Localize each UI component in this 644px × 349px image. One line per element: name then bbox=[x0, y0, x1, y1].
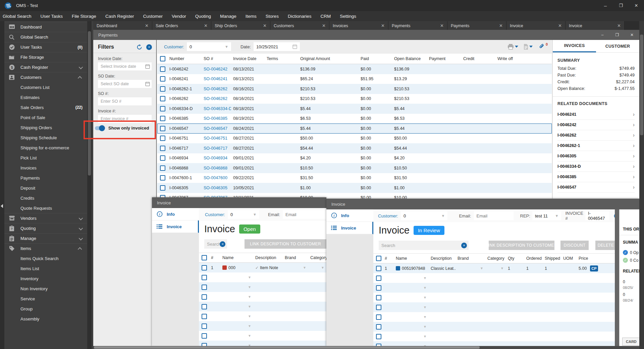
related-count[interactable]: 0 bbox=[620, 290, 639, 297]
dropdown-arrow-icon[interactable]: ▼ bbox=[423, 296, 427, 299]
export-document-button[interactable] bbox=[524, 44, 533, 50]
menu-item-vendor[interactable]: Vendor bbox=[172, 14, 186, 19]
chevron-right-icon[interactable]: › bbox=[633, 153, 635, 159]
table-row[interactable]: I-0046751SO-004675108/27/2021$50.00$0.00… bbox=[157, 134, 552, 144]
row-checkbox[interactable] bbox=[202, 333, 207, 339]
tab-close-icon[interactable]: ✕ bbox=[145, 23, 149, 28]
sidebar-item-customers[interactable]: Customers bbox=[4, 72, 87, 82]
payments-minimize-button[interactable]: – bbox=[595, 30, 610, 40]
row-checkbox[interactable] bbox=[202, 314, 207, 319]
cell-qty[interactable]: 1 bbox=[506, 266, 524, 271]
row-checkbox[interactable] bbox=[160, 175, 165, 181]
column-header-description[interactable]: Description bbox=[253, 255, 283, 260]
table-row[interactable]: I-0046868SO-004686809/01/2021$10.50$0.00… bbox=[157, 163, 552, 173]
column-header-name[interactable]: Name bbox=[220, 255, 253, 260]
row-checkbox[interactable] bbox=[160, 76, 165, 82]
cell-so[interactable]: SO-0046305 bbox=[202, 186, 231, 190]
sidebar-item-pick-list[interactable]: Pick List bbox=[4, 153, 87, 163]
tab-close-icon[interactable]: ✕ bbox=[558, 23, 562, 28]
sidebar-item-quoting[interactable]: ?Quoting bbox=[4, 223, 87, 233]
tab-close-icon[interactable]: ✕ bbox=[204, 23, 208, 28]
table-row[interactable]: 1000✓Item Note▼▼ bbox=[199, 263, 326, 272]
table-row-empty[interactable]: ▼ bbox=[199, 302, 326, 311]
sidebar-item-non-inventory[interactable]: Non Inventory bbox=[4, 284, 87, 294]
menu-item-crm[interactable]: CRM bbox=[320, 14, 331, 19]
dropdown-arrow-icon[interactable]: ▼ bbox=[423, 305, 427, 309]
clear-search-icon[interactable]: × bbox=[461, 243, 467, 248]
invoice2-scrollbar[interactable] bbox=[615, 209, 619, 346]
dropdown-arrow-icon[interactable]: ▼ bbox=[248, 324, 251, 328]
calendar-icon[interactable] bbox=[292, 44, 297, 49]
column-header-payment[interactable]: Payment bbox=[427, 56, 461, 61]
tab-invoice[interactable]: Invoice✕ bbox=[506, 21, 566, 30]
row-checkbox[interactable] bbox=[376, 334, 381, 339]
row-checkbox[interactable] bbox=[160, 66, 165, 72]
cell-so[interactable]: SO-0047600 bbox=[202, 176, 231, 180]
tab-payments[interactable]: Payments✕ bbox=[447, 21, 506, 30]
dropdown-arrow-icon[interactable]: ▼ bbox=[500, 266, 504, 270]
select-all-checkbox[interactable] bbox=[202, 255, 207, 260]
table-row-empty[interactable]: ▼ bbox=[199, 292, 326, 302]
column-header-price[interactable]: Price bbox=[577, 256, 619, 261]
sidebar-item-credits[interactable]: Credits bbox=[4, 193, 87, 203]
row-checkbox[interactable] bbox=[202, 275, 207, 280]
cell-name[interactable]: 000 bbox=[220, 265, 253, 270]
tab-dashboard[interactable]: Dashboard✕ bbox=[93, 21, 152, 30]
row-checkbox[interactable] bbox=[376, 314, 381, 320]
row-checkbox[interactable] bbox=[376, 276, 381, 281]
refresh-icon[interactable] bbox=[137, 44, 142, 50]
table-row[interactable]: I-0046242SO-004624208/13/2021$136.09$0.0… bbox=[157, 64, 552, 74]
row-checkbox[interactable] bbox=[376, 266, 381, 271]
horizontal-scrollbar[interactable] bbox=[93, 346, 639, 349]
column-header-[interactable]: # bbox=[383, 256, 394, 261]
tab-payments[interactable]: Payments✕ bbox=[388, 21, 447, 30]
sidebar-item-assembly[interactable]: Assembly bbox=[4, 314, 87, 324]
chevron-right-icon[interactable]: › bbox=[633, 143, 635, 149]
cell-brand[interactable]: ▼ bbox=[455, 266, 485, 270]
customer-dropdown[interactable]: 0▼ bbox=[187, 42, 231, 51]
table-row-empty[interactable]: ▼ bbox=[373, 273, 619, 283]
table-row[interactable]: I-0046305SO-004630510/05/2021$1.00$0.00$… bbox=[157, 183, 552, 193]
side-tab-customer[interactable]: CUSTOMER bbox=[596, 40, 639, 52]
invoice1-email-input[interactable] bbox=[283, 210, 326, 219]
menu-item-cash-register[interactable]: Cash Register bbox=[105, 14, 134, 19]
related-document-i-0046242[interactable]: I-0046242› bbox=[557, 120, 635, 130]
menu-item-customer[interactable]: Customer bbox=[143, 14, 163, 19]
invoice1-nav-info[interactable]: i Info bbox=[152, 208, 199, 220]
sidebar-item-deposit[interactable]: Deposit bbox=[4, 183, 87, 193]
cell-category[interactable]: ▼ bbox=[485, 266, 506, 270]
chevron-right-icon[interactable]: › bbox=[633, 163, 635, 169]
menu-item-quoting[interactable]: Quoting bbox=[195, 14, 211, 19]
table-row[interactable]: I-0046717SO-004671708/27/2021$54.44$0.00… bbox=[157, 143, 552, 153]
dropdown-arrow-icon[interactable]: ▼ bbox=[423, 325, 427, 329]
row-checkbox[interactable] bbox=[160, 96, 165, 101]
sidebar-collapse-strip[interactable] bbox=[0, 21, 4, 349]
payments-restore-button[interactable]: ❐ bbox=[610, 30, 625, 40]
sidebar-item-manage[interactable]: Manage bbox=[4, 233, 87, 243]
column-header-paid[interactable]: Paid bbox=[359, 56, 392, 61]
sidebar-item-items[interactable]: Items bbox=[4, 243, 87, 253]
select-all-checkbox[interactable] bbox=[160, 56, 165, 61]
vertical-scrollbar[interactable] bbox=[639, 21, 644, 349]
chevron-up-icon[interactable] bbox=[79, 74, 82, 81]
cell-so[interactable]: SO-0046751 bbox=[202, 136, 231, 141]
table-row-empty[interactable]: ▼ bbox=[373, 302, 619, 312]
row-checkbox[interactable] bbox=[160, 155, 165, 161]
column-header-write-off[interactable]: Write off bbox=[495, 56, 552, 61]
table-row[interactable]: I-0046385SO-004638508/19/2021$6.53$0.00$… bbox=[157, 114, 552, 124]
cell-category[interactable]: ▼ bbox=[308, 266, 326, 269]
sidebar-item-sale-orders[interactable]: Sale Orders(22) bbox=[4, 102, 87, 112]
sidebar-item-dashboard[interactable]: Dashboard bbox=[4, 22, 87, 32]
dropdown-arrow-icon[interactable]: ▼ bbox=[248, 276, 251, 279]
column-header-terms[interactable]: Terms bbox=[265, 56, 298, 61]
show-only-invoiced-toggle[interactable] bbox=[95, 126, 104, 130]
table-row-empty[interactable]: ▼ bbox=[373, 332, 619, 341]
invoice1-customer-dropdown[interactable]: 0▼ bbox=[228, 210, 259, 219]
chevron-down-icon[interactable] bbox=[79, 215, 82, 221]
menu-item-settings[interactable]: Settings bbox=[340, 14, 356, 19]
invoice2-search-input[interactable] bbox=[379, 243, 461, 248]
column-header-number[interactable]: Number bbox=[167, 56, 202, 61]
chevron-up-icon[interactable] bbox=[79, 246, 82, 252]
table-row-empty[interactable]: ▼ bbox=[199, 282, 326, 292]
invoice2-link-description-button[interactable]: LINK DESCRIPTION TO CUSTOMER bbox=[489, 241, 554, 250]
